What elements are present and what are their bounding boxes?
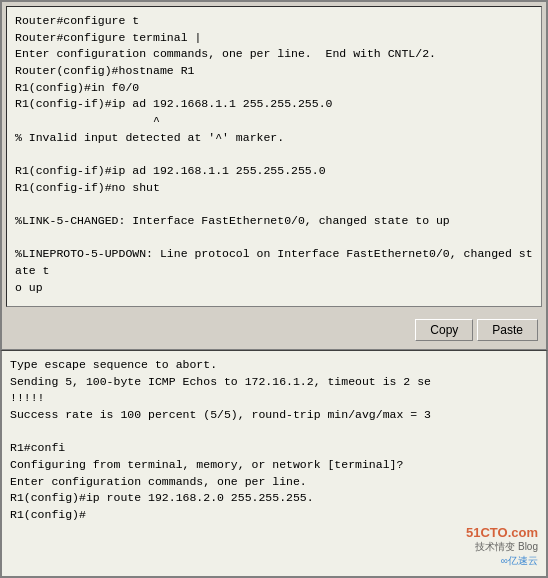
watermark-logo: 51CTO.com — [466, 525, 538, 540]
watermark-site: ∞亿速云 — [501, 554, 538, 568]
top-terminal-panel: Router#configure t Router#configure term… — [0, 0, 548, 350]
main-container: Router#configure t Router#configure term… — [0, 0, 548, 578]
top-terminal-area: Router#configure t Router#configure term… — [6, 6, 542, 307]
paste-button[interactable]: Paste — [477, 319, 538, 341]
bottom-terminal-text: Type escape sequence to abort. Sending 5… — [10, 357, 538, 524]
copy-button[interactable]: Copy — [415, 319, 473, 341]
watermark: 51CTO.com 技术情变 Blog ∞亿速云 — [466, 525, 538, 568]
bottom-terminal-area: Type escape sequence to abort. Sending 5… — [2, 351, 546, 576]
bottom-terminal-panel: Type escape sequence to abort. Sending 5… — [0, 350, 548, 578]
top-toolbar: Copy Paste — [2, 311, 546, 349]
watermark-tagline: 技术情变 Blog — [475, 540, 538, 554]
top-terminal-text: Router#configure t Router#configure term… — [15, 13, 533, 307]
